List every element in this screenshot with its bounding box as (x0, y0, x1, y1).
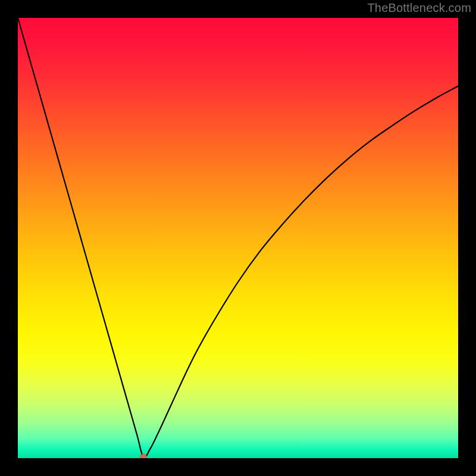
plot-area (18, 18, 458, 458)
bottleneck-curve (18, 18, 458, 458)
chart-frame: TheBottleneck.com (0, 0, 476, 476)
optimal-point-marker (140, 454, 147, 458)
watermark-label: TheBottleneck.com (367, 1, 471, 15)
